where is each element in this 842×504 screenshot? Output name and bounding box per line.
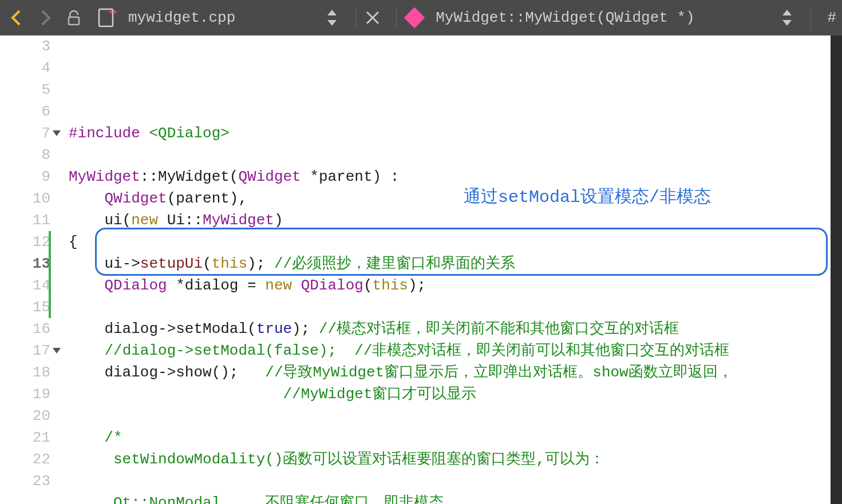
line-number[interactable]: 9	[0, 166, 50, 188]
line-number[interactable]: 5	[0, 79, 50, 101]
file-switch-updown[interactable]	[321, 7, 343, 29]
toolbar-separator	[396, 6, 397, 29]
line-number[interactable]: 12	[0, 231, 50, 253]
code-line[interactable]: dialog->show(); //导致MyWidget窗口显示后，立即弹出对话…	[69, 362, 842, 383]
toolbar-separator	[811, 6, 811, 29]
svg-text:++: ++	[109, 9, 117, 17]
nav-forward-button[interactable]	[34, 7, 56, 29]
svg-marker-4	[327, 20, 337, 26]
line-number[interactable]: 6	[0, 101, 50, 122]
code-line[interactable]: MyWidget::MyWidget(QWidget *parent) :	[69, 166, 842, 188]
line-number[interactable]: 22	[0, 449, 50, 470]
close-button[interactable]	[362, 7, 384, 29]
line-number[interactable]: 20	[0, 405, 50, 427]
line-number[interactable]: 17	[0, 340, 50, 362]
svg-rect-0	[69, 17, 79, 25]
line-number[interactable]: 4	[0, 57, 50, 79]
line-number-gutter[interactable]: 34567891011121314151617181920212223	[0, 35, 63, 504]
symbol-icon	[404, 7, 425, 29]
file-type-icon: ++	[96, 7, 118, 29]
code-line[interactable]: #include <QDialog>	[69, 122, 842, 144]
line-number[interactable]: 19	[0, 383, 50, 405]
editor-toolbar: ++ mywidget.cpp MyWidget::MyWidget(QWidg…	[0, 0, 842, 35]
code-line[interactable]: /*	[69, 427, 842, 449]
code-line[interactable]	[69, 470, 842, 492]
symbol-label[interactable]: MyWidget::MyWidget(QWidget *)	[436, 9, 694, 26]
toolbar-separator	[355, 6, 356, 29]
fold-icon[interactable]	[53, 348, 61, 354]
code-line[interactable]: //dialog->setModal(false); //非模态对话框，即关闭前…	[69, 340, 842, 362]
svg-marker-3	[327, 10, 337, 15]
line-number[interactable]: 10	[0, 188, 50, 209]
line-number[interactable]: 3	[0, 35, 50, 57]
line-number[interactable]: 21	[0, 427, 50, 449]
right-strip	[831, 35, 842, 504]
nav-back-button[interactable]	[6, 7, 27, 29]
code-line[interactable]: QWidget(parent),	[69, 188, 842, 209]
code-line[interactable]	[69, 296, 842, 318]
line-number[interactable]: 11	[0, 209, 50, 231]
code-line[interactable]: dialog->setModal(true); //模态对话框，即关闭前不能和其…	[69, 318, 842, 340]
toolbar-right-extra[interactable]: #	[827, 9, 836, 26]
symbol-switch-updown[interactable]	[776, 7, 798, 29]
code-line[interactable]: Qt::NonModal 不阻塞任何窗口，即非模态	[69, 492, 842, 504]
line-number[interactable]: 7	[0, 122, 50, 144]
code-line[interactable]: setWindowModality()函数可以设置对话框要阻塞的窗口类型,可以为…	[69, 449, 842, 470]
line-number[interactable]: 16	[0, 318, 50, 340]
line-number[interactable]: 23	[0, 470, 50, 492]
code-line[interactable]	[69, 405, 842, 427]
code-line[interactable]: //MyWidget窗口才可以显示	[69, 383, 842, 405]
line-number[interactable]: 13	[0, 253, 50, 275]
line-number[interactable]: 18	[0, 362, 50, 383]
fold-icon[interactable]	[53, 130, 61, 136]
code-editor[interactable]: 34567891011121314151617181920212223 通过se…	[0, 35, 842, 504]
highlight-box	[95, 228, 828, 276]
svg-marker-7	[782, 10, 792, 15]
change-bar	[49, 231, 51, 318]
code-line[interactable]: QDialog *dialog = new QDialog(this);	[69, 275, 842, 296]
code-area[interactable]: 通过setModal设置模态/非模态 #include <QDialog>MyW…	[63, 35, 842, 504]
annotation-label: 通过setModal设置模态/非模态	[464, 186, 711, 208]
file-name-label[interactable]: mywidget.cpp	[128, 9, 235, 26]
lock-icon[interactable]	[63, 7, 85, 29]
line-number[interactable]: 14	[0, 275, 50, 296]
code-line[interactable]	[69, 144, 842, 166]
line-number[interactable]: 15	[0, 296, 50, 318]
line-number[interactable]: 8	[0, 144, 50, 166]
svg-marker-8	[782, 20, 792, 26]
